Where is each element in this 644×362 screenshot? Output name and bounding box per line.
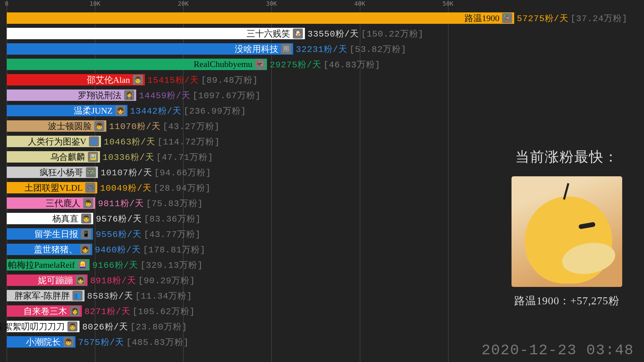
bar-value: 8583粉/天 xyxy=(87,290,133,302)
bar-row: 土团联盟VLDL🎮10049粉/天[28.94万粉] xyxy=(7,182,211,194)
axis-tick-label: 50K xyxy=(442,0,453,7)
bar-label: 胖家军-陈胖胖 xyxy=(14,290,70,302)
bar-label: 邵艾伦Alan xyxy=(87,74,130,86)
bar-total: [1097.67万粉] xyxy=(193,89,261,101)
bar-row: 没啥用科技用32231粉/天[53.82万粉] xyxy=(7,43,407,55)
bar-label: 人类行为图鉴V xyxy=(28,136,87,147)
bar: 自来卷三木👩 xyxy=(7,305,82,317)
leader-avatar xyxy=(512,176,622,287)
bar-value: 7575粉/天 xyxy=(78,336,124,348)
bar-row: 乌合麒麟🖼️10336粉/天[47.71万粉] xyxy=(7,151,213,163)
bar: 三代鹿人👦 xyxy=(7,197,95,209)
bar: 杨真直👨 xyxy=(7,213,93,224)
avatar-icon: 👨 xyxy=(67,321,77,331)
avatar-icon: 👧 xyxy=(75,275,86,285)
bar-value: 10463粉/天 xyxy=(104,136,155,147)
bar-total: [114.72万粉] xyxy=(157,136,220,147)
bar: 没啥用科技用 xyxy=(7,43,293,55)
bar-total: [83.36万粉] xyxy=(144,213,201,225)
bar-row: 帕梅拉PamelaReif👱‍♀️9166粉/天[329.13万粉] xyxy=(7,259,203,271)
bar: 疯狂小杨哥👬 xyxy=(7,167,98,178)
avatar-icon: 🦆 xyxy=(502,13,512,23)
bar-value: 8918粉/天 xyxy=(90,275,136,286)
axis-tick-label: 30K xyxy=(266,0,277,7)
bar-label: 没啥用科技 xyxy=(235,43,278,55)
bar-row: 小潮院长👦7575粉/天[485.83万粉] xyxy=(7,336,189,348)
bar-total: [46.83万粉] xyxy=(323,59,380,70)
bar-chart: 010K20K30K40K50K路温1900🦆57275粉/天[37.24万粉]… xyxy=(7,0,520,362)
bar-total: [178.81万粉] xyxy=(143,244,206,255)
bar-label: 盖世猪猪、 xyxy=(34,244,77,255)
bar-value: 13442粉/天 xyxy=(130,105,182,117)
axis-tick-label: 40K xyxy=(354,0,365,7)
axis-tick-label: 20K xyxy=(178,0,189,7)
bar-label: 自来卷三木 xyxy=(23,305,67,317)
bar-row: 路温1900🦆57275粉/天[37.24万粉] xyxy=(7,12,628,24)
bar-value: 9460粉/天 xyxy=(95,244,141,255)
bar-value: 29275粉/天 xyxy=(270,59,321,70)
bar-label: 三代鹿人 xyxy=(46,197,80,209)
bar-value: 15415粉/天 xyxy=(148,74,199,86)
side-title: 当前涨粉最快： xyxy=(496,147,637,166)
bar: 三十六贱笑🐶 xyxy=(7,28,305,39)
bar: 波士顿圆脸👦 xyxy=(7,120,106,132)
avatar-icon: 🖼️ xyxy=(88,152,98,162)
bar: 小潮院长👦 xyxy=(7,336,75,348)
avatar-icon: 👥 xyxy=(72,291,83,301)
bar-total: [485.83万粉] xyxy=(126,336,189,348)
bar-value: 8271粉/天 xyxy=(85,305,130,317)
bar-row: 胖家军-陈胖胖👥8583粉/天[11.34万粉] xyxy=(7,290,192,302)
bar: 盖世猪猪、👧 xyxy=(7,244,92,255)
gridline xyxy=(448,0,448,362)
bar-row: 自来卷三木👩8271粉/天[105.62万粉] xyxy=(7,305,195,317)
bar: 土团联盟VLDL🎮 xyxy=(7,182,97,193)
bar-total: [37.24万粉] xyxy=(571,12,628,24)
bar-label: 土团联盟VLDL xyxy=(24,182,83,194)
bar-total: [23.80万粉] xyxy=(130,321,187,333)
bar-total: [90.29万粉] xyxy=(138,275,195,286)
avatar-icon: 🤵 xyxy=(124,90,134,100)
bar: 邵艾伦Alan👨 xyxy=(7,74,145,85)
bar-row: 疯狂小杨哥👬10107粉/天[94.66万粉] xyxy=(7,166,211,178)
bar-total: [150.22万粉] xyxy=(361,28,424,40)
bar-value: 9576粉/天 xyxy=(96,213,142,225)
avatar-icon: 👬 xyxy=(86,167,96,177)
bar-label: 妮可蹦蹦 xyxy=(38,275,73,286)
avatar-icon: 用 xyxy=(281,44,291,54)
bar-row: 邵艾伦Alan👨15415粉/天[89.48万粉] xyxy=(7,74,258,86)
bar-total: [43.27万粉] xyxy=(163,120,220,132)
bar-label: 乌合麒麟 xyxy=(50,151,85,163)
bar-label: RealChubbyemu xyxy=(194,59,253,69)
avatar-icon: 👦 xyxy=(83,198,93,208)
bar-row: 丁克森絮絮叨叨刀刀刀👨8026粉/天[23.80万粉] xyxy=(7,320,187,333)
avatar-icon: 👨 xyxy=(81,214,91,224)
bar: RealChubbyemu🦃 xyxy=(7,59,267,70)
bar-label: 小潮院长 xyxy=(26,336,61,348)
bar: 路温1900🦆 xyxy=(7,12,514,24)
bar-total: [43.77万粉] xyxy=(144,228,201,240)
bar-value: 9556粉/天 xyxy=(96,228,142,240)
bar-value: 57275粉/天 xyxy=(517,12,569,24)
bar: 留学生日报📱 xyxy=(7,228,93,240)
bar-label: 疯狂小杨哥 xyxy=(40,167,83,178)
bar: 温柔JUNZ👧 xyxy=(7,105,127,116)
bar-row: 罗翔说刑法🤵14459粉/天[1097.67万粉] xyxy=(7,89,261,101)
bar: 妮可蹦蹦👧 xyxy=(7,275,88,286)
bar-row: 波士顿圆脸👦11070粉/天[43.27万粉] xyxy=(7,120,220,132)
axis-tick-label: 0 xyxy=(5,0,9,7)
bar-value: 9811粉/天 xyxy=(98,197,144,209)
bar: 帕梅拉PamelaReif👱‍♀️ xyxy=(7,259,90,270)
avatar-icon: 👦 xyxy=(63,337,73,347)
bar: 乌合麒麟🖼️ xyxy=(7,151,100,163)
bar-row: 盖世猪猪、👧9460粉/天[178.81万粉] xyxy=(7,243,206,255)
bar-total: [94.66万粉] xyxy=(154,167,211,178)
bar-label: 帕梅拉PamelaReif xyxy=(8,259,75,271)
bar-total: [105.62万粉] xyxy=(132,305,195,317)
axis-tick-label: 10K xyxy=(90,0,101,7)
bar-row: 妮可蹦蹦👧8918粉/天[90.29万粉] xyxy=(7,274,195,286)
bar-row: 三代鹿人👦9811粉/天[75.83万粉] xyxy=(7,197,203,209)
avatar-icon: 🐶 xyxy=(293,28,303,39)
bar-label: 罗翔说刑法 xyxy=(78,89,121,101)
bar-value: 14459粉/天 xyxy=(139,89,191,101)
bar-row: RealChubbyemu🦃29275粉/天[46.83万粉] xyxy=(7,58,380,70)
